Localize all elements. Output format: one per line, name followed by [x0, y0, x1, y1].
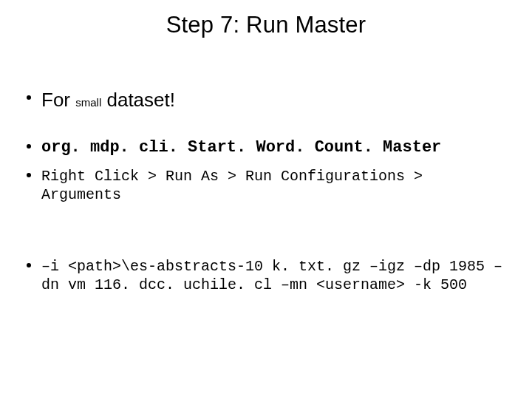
bullet-cli-arguments: –i <path>\es-abstracts-10 k. txt. gz –ig… [27, 257, 505, 294]
text-small: small [75, 96, 101, 109]
bullet-dot-icon [27, 263, 31, 267]
slide-body: For small dataset! org. mdp. cli. Start.… [27, 89, 505, 304]
text-suffix: dataset! [101, 89, 175, 111]
bullet-run-config-path: Right Click > Run As > Run Configuration… [27, 167, 505, 204]
bullet-text: –i <path>\es-abstracts-10 k. txt. gz –ig… [41, 257, 505, 294]
bullet-dot-icon [27, 144, 31, 149]
slide: Step 7: Run Master For small dataset! or… [0, 0, 532, 399]
bullet-dot-icon [27, 173, 31, 177]
bullet-text: org. mdp. cli. Start. Word. Count. Maste… [41, 138, 441, 157]
text-prefix: For [41, 89, 75, 111]
bullet-dot-icon [27, 95, 31, 100]
slide-title: Step 7: Run Master [0, 12, 532, 38]
bullet-text: For small dataset! [41, 89, 175, 112]
bullet-text: Right Click > Run As > Run Configuration… [41, 167, 505, 204]
bullet-for-small-dataset: For small dataset! [27, 89, 505, 112]
bullet-class-name: org. mdp. cli. Start. Word. Count. Maste… [27, 138, 505, 157]
